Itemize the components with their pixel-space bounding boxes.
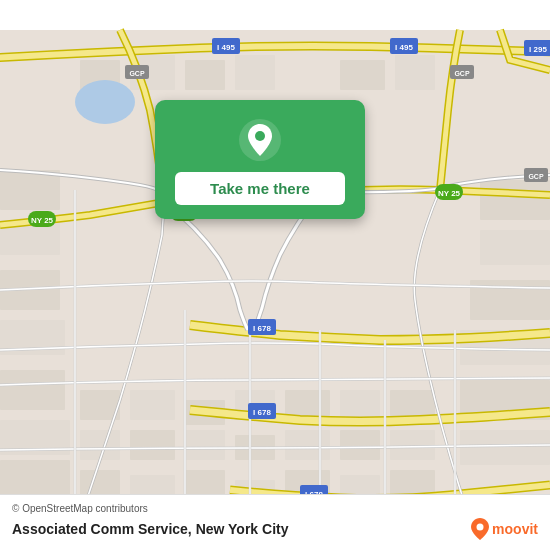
moovit-logo: moovit — [471, 518, 538, 540]
svg-rect-15 — [480, 230, 550, 265]
svg-text:I 495: I 495 — [395, 43, 413, 52]
svg-text:NY 25: NY 25 — [438, 189, 461, 198]
location-title: Associated Comm Service, New York City — [12, 521, 288, 537]
map-background: I 495 I 495 I 295 NY 25 NY 25 NY 25 GCP … — [0, 0, 550, 550]
svg-rect-7 — [0, 170, 60, 210]
svg-rect-33 — [390, 430, 435, 460]
svg-rect-44 — [235, 55, 275, 90]
location-pin-icon — [238, 118, 282, 162]
svg-rect-25 — [340, 390, 380, 420]
svg-rect-46 — [395, 55, 435, 90]
svg-text:NY 25: NY 25 — [31, 216, 54, 225]
svg-text:I 295: I 295 — [529, 45, 547, 54]
bottom-bar: © OpenStreetMap contributors Associated … — [0, 494, 550, 550]
svg-rect-45 — [340, 60, 385, 90]
svg-point-71 — [75, 80, 135, 124]
svg-text:I 678: I 678 — [253, 324, 271, 333]
svg-rect-31 — [285, 430, 330, 460]
svg-rect-43 — [185, 60, 225, 90]
svg-text:GCP: GCP — [528, 173, 544, 180]
svg-text:I 678: I 678 — [253, 408, 271, 417]
copyright-text: © OpenStreetMap contributors — [12, 503, 538, 514]
svg-text:GCP: GCP — [129, 70, 145, 77]
svg-point-73 — [255, 131, 265, 141]
moovit-brand-text: moovit — [492, 521, 538, 537]
svg-text:I 495: I 495 — [217, 43, 235, 52]
svg-rect-21 — [130, 390, 175, 420]
take-me-there-button[interactable]: Take me there — [175, 172, 345, 205]
location-card: Take me there — [155, 100, 365, 219]
svg-rect-14 — [480, 180, 550, 220]
svg-rect-32 — [340, 430, 380, 460]
map-container[interactable]: I 495 I 495 I 295 NY 25 NY 25 NY 25 GCP … — [0, 0, 550, 550]
svg-text:GCP: GCP — [454, 70, 470, 77]
svg-rect-28 — [130, 430, 175, 460]
svg-rect-11 — [0, 370, 65, 410]
moovit-pin-icon — [471, 518, 489, 540]
svg-point-74 — [477, 524, 484, 531]
svg-rect-29 — [185, 430, 225, 460]
